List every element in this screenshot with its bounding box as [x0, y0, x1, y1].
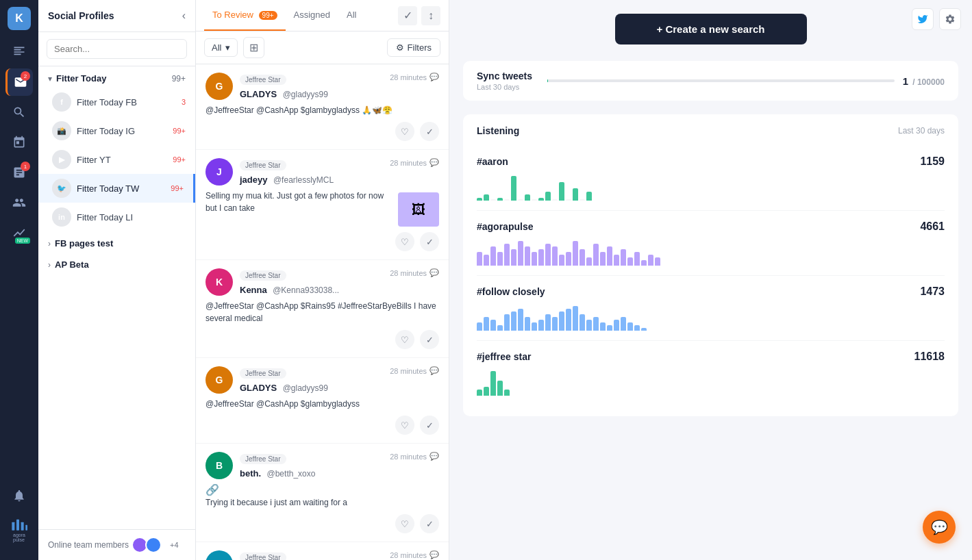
like-btn[interactable]: ♡ — [395, 122, 414, 141]
feed-item[interactable]: K Jeffree Star Kenna @Kenna933038... 28 … — [196, 260, 449, 358]
message-icon: 💬 — [429, 452, 439, 461]
sidebar-item-fitter-today-tw[interactable]: 🐦 Fitter Today TW 99+ — [38, 174, 195, 203]
hashtag-card-aaron[interactable]: #aaron 1159 — [477, 146, 945, 211]
check-btn[interactable]: ✓ — [420, 232, 439, 251]
item-count: 99+ — [171, 184, 184, 192]
feed-text: @JeffreeStar @CashApp $glambygladyss 🙏🦋😤 — [205, 104, 439, 116]
message-icon: 💬 — [429, 158, 439, 167]
nav-inbox[interactable]: 2 — [5, 68, 33, 96]
hashtag-row: #agorapulse 4661 — [477, 220, 945, 233]
group-count: 99+ — [172, 74, 186, 84]
feed-handle: @fearlesslyMCL — [273, 175, 334, 185]
listening-section: Listening Last 30 days #aaron 1159 #agor… — [463, 114, 958, 416]
feed-meta: Jeffree Star jadeyy @fearlesslyMCL — [240, 158, 383, 186]
tab-to-review[interactable]: To Review 99+ — [204, 0, 286, 31]
sidebar-item-fitter-today-li[interactable]: in Fitter Today LI — [38, 203, 195, 231]
tw-avatar: 🐦 — [52, 179, 71, 198]
nav-analytics[interactable]: NEW — [5, 219, 33, 246]
tab-all[interactable]: All — [338, 0, 364, 31]
sidebar-group-fb-pages: › FB pages test — [38, 231, 195, 253]
filter-all-select[interactable]: All ▾ — [204, 38, 238, 57]
check-all-btn[interactable]: ✓ — [398, 6, 417, 25]
message-icon: 💬 — [429, 550, 439, 559]
sort-btn[interactable]: ↕ — [421, 6, 440, 25]
filters-icon: ⚙ — [396, 42, 404, 53]
sidebar-group-header-fb-pages[interactable]: › FB pages test — [38, 231, 195, 253]
sidebar-footer[interactable]: Online team members +4 — [38, 529, 195, 560]
hashtag-count: 1473 — [920, 285, 945, 298]
create-search-btn[interactable]: + Create a new search — [615, 14, 807, 44]
like-btn[interactable]: ♡ — [395, 330, 414, 349]
check-btn[interactable]: ✓ — [420, 416, 439, 435]
hashtag-name: #agorapulse — [477, 221, 533, 232]
twitter-icon-btn[interactable] — [912, 8, 934, 30]
feed-item[interactable]: B Jeffree Star beth. @betth_xoxo 28 minu… — [196, 444, 449, 542]
user-avatar[interactable]: K — [8, 7, 31, 30]
nav-team[interactable] — [5, 189, 33, 216]
hashtag-name: #follow closely — [477, 286, 545, 297]
hashtag-row: #jeffree star 11618 — [477, 351, 945, 363]
hashtag-count: 1159 — [920, 155, 945, 168]
nav-search[interactable] — [5, 99, 33, 126]
feed-text: Selling my mua kit. Just got a few photo… — [205, 190, 392, 214]
feed-item[interactable]: G Jeffree Star GLADYS @gladyys99 28 minu… — [196, 358, 449, 444]
check-btn[interactable]: ✓ — [420, 122, 439, 141]
grid-view-btn[interactable]: ⊞ — [243, 37, 264, 58]
group-chevron-right-icon: › — [48, 260, 51, 270]
feed-tag: Jeffree Star — [240, 75, 286, 85]
hashtag-card-follow-closely[interactable]: #follow closely 1473 — [477, 276, 945, 341]
like-btn[interactable]: ♡ — [395, 232, 414, 251]
nav-calendar[interactable] — [5, 129, 33, 156]
feed-avatar: J — [205, 550, 233, 560]
feed-username: GLADYS — [240, 383, 277, 393]
chat-bubble[interactable]: 💬 — [923, 511, 956, 544]
yt-avatar: ▶ — [52, 150, 71, 169]
sync-section: Sync tweets Last 30 days 1 / 100000 — [463, 61, 958, 101]
team-avatars — [134, 537, 162, 553]
sidebar-search-input[interactable] — [47, 39, 187, 59]
feed-tag: Jeffree Star — [240, 454, 286, 464]
nav-reports[interactable]: 1 — [5, 159, 33, 186]
filters-btn[interactable]: ⚙ Filters — [387, 38, 440, 57]
sidebar-item-fitter-today-ig[interactable]: 📸 Fitter Today IG 99+ — [38, 116, 195, 145]
sidebar-collapse-btn[interactable]: ‹ — [182, 10, 186, 22]
nav-compose[interactable] — [5, 38, 33, 66]
li-avatar: in — [52, 207, 71, 227]
feed-item[interactable]: J Jeffree Star jadeyy @fearlesslyMCL 28 … — [196, 150, 449, 260]
check-btn[interactable]: ✓ — [420, 514, 439, 533]
feed-time: 28 minutes 💬 — [390, 268, 439, 277]
feed-handle: @gladyys99 — [283, 383, 328, 393]
feed-list: G Jeffree Star GLADYS @gladyys99 28 minu… — [196, 64, 449, 560]
sidebar-group-ap-beta: › AP Beta — [38, 253, 195, 274]
nav-notifications[interactable] — [5, 482, 33, 509]
hashtag-count: 4661 — [920, 220, 945, 233]
item-count: 99+ — [173, 127, 186, 135]
feed-actions: ♡ ✓ — [205, 232, 439, 251]
feed-avatar: J — [205, 158, 233, 186]
svg-rect-0 — [12, 522, 14, 531]
like-btn[interactable]: ♡ — [395, 416, 414, 435]
hashtag-card-jeffree-star[interactable]: #jeffree star 11618 — [477, 341, 945, 405]
sidebar-group-header-ap-beta[interactable]: › AP Beta — [38, 253, 195, 274]
settings-icon-btn[interactable] — [939, 8, 961, 30]
feed-item[interactable]: J Jeffree Star jas @lovurlyy 28 minutes … — [196, 542, 449, 560]
team-avatar-2 — [145, 537, 162, 553]
new-badge: NEW — [15, 238, 30, 244]
feed-username: Kenna — [240, 285, 267, 295]
hashtag-row: #aaron 1159 — [477, 155, 945, 168]
group-name: FB pages test — [55, 238, 186, 249]
sidebar-item-fitter-yt[interactable]: ▶ Fitter YT 99+ — [38, 145, 195, 174]
sidebar-group-header-fitter-today[interactable]: ▾ Fitter Today 99+ — [38, 66, 195, 88]
tab-assigned[interactable]: Assigned — [286, 0, 338, 31]
feed-handle: @Kenna933038... — [273, 285, 339, 295]
like-btn[interactable]: ♡ — [395, 514, 414, 533]
check-btn[interactable]: ✓ — [420, 330, 439, 349]
hashtag-card-agorapulse[interactable]: #agorapulse 4661 — [477, 211, 945, 276]
feed-item[interactable]: G Jeffree Star GLADYS @gladyys99 28 minu… — [196, 64, 449, 150]
feed-time: 28 minutes 💬 — [390, 73, 439, 81]
mini-chart-aaron — [477, 173, 945, 201]
link-icon: 🔗 — [205, 483, 219, 496]
sidebar-item-fitter-today-fb[interactable]: f Fitter Today FB 3 — [38, 88, 195, 116]
feed-username: GLADYS — [240, 89, 277, 99]
main-content: To Review 99+ Assigned All ✓ ↕ All ▾ ⊞ ⚙… — [196, 0, 972, 560]
